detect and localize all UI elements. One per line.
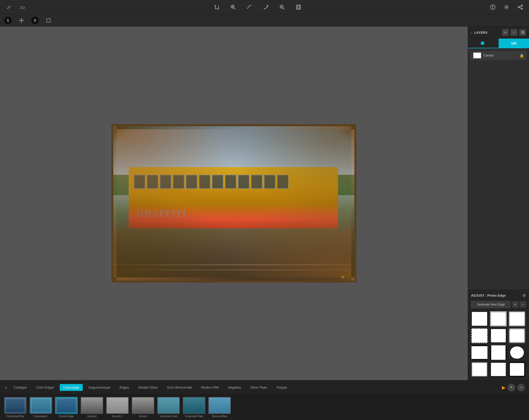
corner-br [334, 260, 354, 281]
crop-tool[interactable] [212, 3, 221, 12]
edge-inner-5 [492, 330, 505, 341]
edge-thumb-2[interactable] [490, 311, 507, 326]
thumb-scratch[interactable]: Scratch [132, 397, 154, 418]
edge-inner-1 [473, 313, 486, 325]
fit-tool[interactable] [294, 3, 303, 12]
redo-tool[interactable] [261, 3, 270, 12]
train-window [134, 175, 145, 189]
svg-point-17 [518, 6, 520, 8]
thumb-img-cyanotype-1 [30, 397, 52, 414]
train-body: GRAFFITI [129, 167, 338, 228]
layers-remove-btn[interactable]: − [511, 29, 517, 36]
layer-name: Canvas [483, 54, 518, 57]
thumb-scratch-2[interactable]: Scratch 2 [106, 397, 129, 418]
edge-inner-2 [492, 313, 505, 324]
edge-thumb-5[interactable] [490, 328, 507, 343]
edge-thumb-1[interactable] [471, 311, 488, 326]
thumb-img-contrasted-blue [4, 397, 27, 414]
filmstrip-tab-silver-plate[interactable]: Silver Plate [247, 384, 271, 391]
main-area: GRAFFITI [0, 27, 529, 380]
filmstrip-tab-tintype[interactable]: Tintype [273, 384, 291, 391]
train-window [160, 175, 171, 189]
svg-rect-21 [47, 19, 50, 22]
edge-thumb-7[interactable] [471, 345, 488, 360]
move-tool[interactable]: ⤢ [4, 3, 13, 12]
thumb-textured-blue[interactable]: Textured Blue [208, 397, 231, 418]
edge-thumb-11[interactable] [490, 362, 507, 377]
settings-tool[interactable] [502, 3, 511, 12]
edge-grid [471, 311, 526, 377]
edge-thumb-9[interactable] [509, 345, 525, 360]
layers-expand-btn[interactable]: › [471, 30, 472, 34]
thumb-contrasted-blue[interactable]: Contrasted Blue [4, 397, 27, 418]
train-window [147, 175, 158, 189]
tab-properties[interactable]: 100 [499, 39, 529, 48]
train-window [277, 175, 288, 189]
thumb-scratched-cloth[interactable]: Scratched Cloth [157, 397, 180, 418]
filmstrip-bar: ‹ Calotype Color Edges Cyanotype Daguerr… [0, 380, 529, 394]
thumb-img-scratched-cloth [157, 397, 180, 414]
generate-new-edge-btn[interactable]: Generate New Edge [471, 301, 511, 308]
edge-thumb-6[interactable] [509, 328, 525, 343]
svg-line-19 [520, 6, 521, 7]
svg-point-18 [521, 8, 523, 9]
filmstrip-prev-btn[interactable]: ‹ [4, 383, 8, 392]
adjust-panel: ADJUST : Photo Edge ⚙ Generate New Edge … [468, 290, 529, 380]
layers-options-btn[interactable]: ⧉ [519, 29, 526, 36]
filmstrip-tab-edges[interactable]: Edges [116, 384, 133, 391]
canvas-area: GRAFFITI [0, 27, 468, 380]
layer-tabs: 100 [468, 39, 529, 48]
thumb-cyanotype-1[interactable]: Cyanotype 1 [30, 397, 52, 418]
ground [113, 229, 354, 281]
filmstrip-tab-gelatin-silver[interactable]: Gelatin Silver [135, 384, 161, 391]
thumb-double-edge[interactable]: Double Edge [55, 397, 78, 418]
filmstrip-tab-negative[interactable]: Negative [224, 384, 245, 391]
select-tool[interactable]: ▭ [18, 3, 27, 12]
filmstrip-tab-modern-bw[interactable]: Modern BW [198, 384, 222, 391]
edge-thumb-4[interactable] [471, 328, 488, 343]
edge-inner-4 [473, 330, 486, 342]
filmstrip-tab-calotype[interactable]: Calotype [10, 384, 30, 391]
info-tool[interactable] [488, 3, 497, 12]
filmstrip-add-btn[interactable]: + [508, 384, 515, 391]
thumbnail-strip: Contrasted Blue Cyanotype 1 Double Edge … [0, 394, 529, 420]
train-window [225, 175, 236, 189]
second-toolbar: 1 2 [0, 14, 529, 27]
share-tool[interactable] [516, 3, 525, 12]
filmstrip-remove-btn[interactable]: − [517, 384, 525, 391]
thumb-inverted[interactable]: Inverted [81, 397, 103, 418]
track-1 [113, 264, 354, 265]
thumb-label-inverted: Inverted [87, 415, 97, 418]
layers-add-btn[interactable]: + [502, 29, 509, 36]
edge-thumb-3[interactable] [509, 311, 525, 326]
adjust-remove-btn[interactable]: − [520, 301, 526, 308]
edge-inner-8 [492, 346, 504, 359]
curve-tool[interactable] [245, 3, 254, 12]
edge-thumb-8[interactable] [490, 345, 507, 360]
zoom-in-tool[interactable] [229, 3, 238, 12]
edge-thumb-10[interactable] [471, 362, 488, 377]
adjust-settings-icon[interactable]: ⚙ [522, 293, 526, 298]
badge-2: 2 [31, 17, 39, 24]
tab-layers[interactable] [468, 39, 499, 48]
filmstrip-tab-daguerreotype[interactable]: Daguerreotype [85, 384, 114, 391]
thumb-label-scratch: Scratch [139, 415, 147, 418]
thumb-img-scratch [132, 397, 154, 414]
filmstrip-tab-color-edges[interactable]: Color Edges [32, 384, 58, 391]
thumb-img-double-edge [55, 397, 78, 414]
thumb-label-cyanotype-1: Cyanotype 1 [34, 415, 48, 418]
thumb-scratched-plate[interactable]: Scratched Plate [183, 397, 205, 418]
filmstrip-play-btn[interactable]: ▶ [502, 385, 506, 390]
crop-tool-2[interactable] [44, 16, 53, 25]
zoom-out-tool[interactable] [278, 3, 287, 12]
adjust-add-btn[interactable]: + [512, 301, 518, 308]
svg-text:GRAFFITI: GRAFFITI [136, 208, 186, 219]
filmstrip-tab-cyanotype[interactable]: Cyanotype [60, 384, 83, 391]
edge-thumb-12[interactable] [509, 362, 525, 377]
track-2 [113, 270, 354, 270]
filmstrip-tab-gum-bichromate[interactable]: Gum Bichromate [164, 384, 196, 391]
toolbar-center [27, 3, 488, 12]
top-toolbar: ⤢ ▭ [0, 0, 529, 14]
move-tool-2[interactable] [17, 16, 26, 25]
thumb-label-contrasted-blue: Contrasted Blue [6, 415, 25, 418]
